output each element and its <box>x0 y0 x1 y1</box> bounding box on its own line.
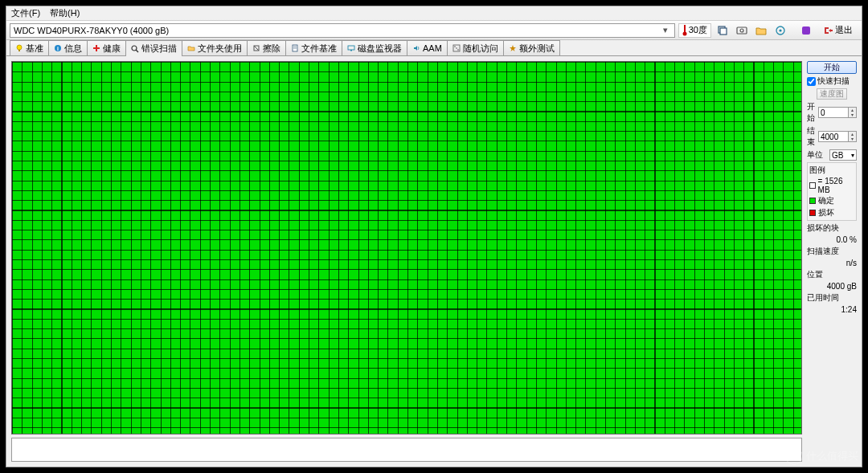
tab-4[interactable]: 文件夹使用 <box>182 40 248 55</box>
start-button[interactable]: 开始 <box>807 61 857 74</box>
svg-line-18 <box>254 46 259 51</box>
legend-ok: 确定 <box>818 195 834 206</box>
svg-rect-8 <box>802 27 810 35</box>
app-window: 文件(F) 帮助(H) WDC WD40PURX-78AKYY0 (4000 g… <box>6 6 862 467</box>
copy-icon[interactable] <box>714 22 731 39</box>
tab-label: 基准 <box>26 43 43 55</box>
tab-label: AAM <box>423 43 442 53</box>
tab-3[interactable]: 错误扫描 <box>125 40 182 56</box>
settings-icon[interactable] <box>772 22 788 39</box>
end-input[interactable]: 4000 <box>818 131 849 142</box>
svg-text:i: i <box>57 46 59 51</box>
svg-point-9 <box>17 45 22 50</box>
tab-label: 额外测试 <box>519 43 555 55</box>
lightbulb-icon <box>15 44 23 52</box>
elapsed-label: 已用时间 <box>807 292 857 304</box>
damaged-label: 损坏的块 <box>807 222 857 234</box>
menu-file[interactable]: 文件(F) <box>11 7 40 19</box>
tab-label: 文件基准 <box>301 43 337 55</box>
doc-icon <box>291 44 299 52</box>
tab-1[interactable]: i信息 <box>48 40 88 55</box>
tab-0[interactable]: 基准 <box>10 40 49 55</box>
temperature-display: 30度 <box>678 23 711 38</box>
random-icon <box>452 44 461 52</box>
svg-point-27 <box>456 47 457 49</box>
tab-6[interactable]: 文件基准 <box>285 40 342 55</box>
tab-label: 随机访问 <box>463 43 498 55</box>
info-icon: i <box>54 44 62 52</box>
tab-label: 信息 <box>64 43 82 55</box>
tabbar: 基准i信息健康错误扫描文件夹使用擦除文件基准磁盘监视器AAM随机访问额外测试 <box>6 40 862 56</box>
end-label: 结束 <box>807 125 818 148</box>
chevron-down-icon: ▾ <box>851 152 854 159</box>
theme-icon[interactable] <box>798 22 814 39</box>
thermometer-icon <box>682 25 687 36</box>
plus-icon <box>92 44 100 52</box>
svg-line-16 <box>136 50 138 52</box>
quick-scan-input[interactable] <box>807 77 816 86</box>
legend-blocksize: = 1526 MB <box>818 177 854 194</box>
svg-rect-3 <box>720 28 727 35</box>
tab-label: 文件夹使用 <box>198 43 242 55</box>
tab-label: 错误扫描 <box>141 43 177 55</box>
tab-5[interactable]: 擦除 <box>247 40 286 55</box>
speed-label: 扫描速度 <box>807 246 857 257</box>
position-value: 4000 gB <box>807 282 857 291</box>
quick-scan-label: 快速扫描 <box>817 75 850 87</box>
legend: 图例 = 1526 MB 确定 损坏 <box>807 162 857 221</box>
chevron-down-icon[interactable]: ▾ <box>660 25 671 35</box>
svg-rect-14 <box>93 47 100 49</box>
tab-10[interactable]: 额外测试 <box>503 40 560 55</box>
svg-rect-22 <box>348 46 354 50</box>
extra-icon <box>509 44 517 52</box>
exit-icon <box>823 26 833 35</box>
tab-7[interactable]: 磁盘监视器 <box>342 40 407 55</box>
toolbar: WDC WD40PURX-78AKYY0 (4000 gB) ▾ 30度 退出 <box>6 21 862 40</box>
screenshot-icon[interactable] <box>734 22 750 39</box>
start-spinner[interactable]: ▴▾ <box>849 107 857 118</box>
unit-select[interactable]: GB ▾ <box>829 149 857 161</box>
tab-9[interactable]: 随机访问 <box>447 40 504 55</box>
folder-icon <box>187 44 195 52</box>
tab-label: 磁盘监视器 <box>358 43 402 55</box>
exit-button[interactable]: 退出 <box>817 22 858 39</box>
position-label: 位置 <box>807 269 857 280</box>
erase-icon <box>252 44 260 52</box>
legend-bad: 损坏 <box>818 207 834 218</box>
speedmap-button: 速度图 <box>817 88 847 100</box>
svg-point-25 <box>454 46 456 47</box>
monitor-icon <box>347 44 355 52</box>
svg-rect-10 <box>18 50 20 51</box>
side-panel: 开始 快速扫描 速度图 开始 0 ▴▾ 结束 4000 ▴▾ <box>807 61 857 462</box>
tab-2[interactable]: 健康 <box>87 40 126 55</box>
svg-marker-28 <box>510 45 516 51</box>
quick-scan-checkbox[interactable]: 快速扫描 <box>807 75 857 87</box>
unit-value: GB <box>832 151 843 160</box>
drive-select[interactable]: WDC WD40PURX-78AKYY0 (4000 gB) ▾ <box>10 23 675 38</box>
tab-8[interactable]: AAM <box>407 40 448 55</box>
svg-point-26 <box>457 49 459 51</box>
bad-swatch <box>809 210 816 216</box>
end-spinner[interactable]: ▴▾ <box>849 131 857 142</box>
main-area: 开始 快速扫描 速度图 开始 0 ▴▾ 结束 4000 ▴▾ <box>6 56 862 467</box>
drive-select-text: WDC WD40PURX-78AKYY0 (4000 gB) <box>14 26 169 35</box>
sound-icon <box>412 44 420 52</box>
start-input[interactable]: 0 <box>818 107 849 118</box>
exit-label: 退出 <box>835 24 853 36</box>
svg-point-7 <box>779 29 781 31</box>
tab-label: 健康 <box>103 43 121 55</box>
ok-swatch <box>809 198 816 204</box>
svg-point-1 <box>682 31 686 35</box>
tab-label: 擦除 <box>263 43 280 55</box>
svg-point-5 <box>740 29 743 32</box>
unit-label: 单位 <box>807 149 823 161</box>
menubar: 文件(F) 帮助(H) <box>6 6 862 21</box>
grid-wrap <box>11 61 802 462</box>
temperature-value: 30度 <box>689 24 707 36</box>
block-icon <box>809 182 816 189</box>
search-icon <box>131 45 139 53</box>
log-box <box>11 438 802 462</box>
menu-help[interactable]: 帮助(H) <box>50 7 80 19</box>
folder-icon[interactable] <box>753 22 769 39</box>
legend-title: 图例 <box>809 165 854 176</box>
